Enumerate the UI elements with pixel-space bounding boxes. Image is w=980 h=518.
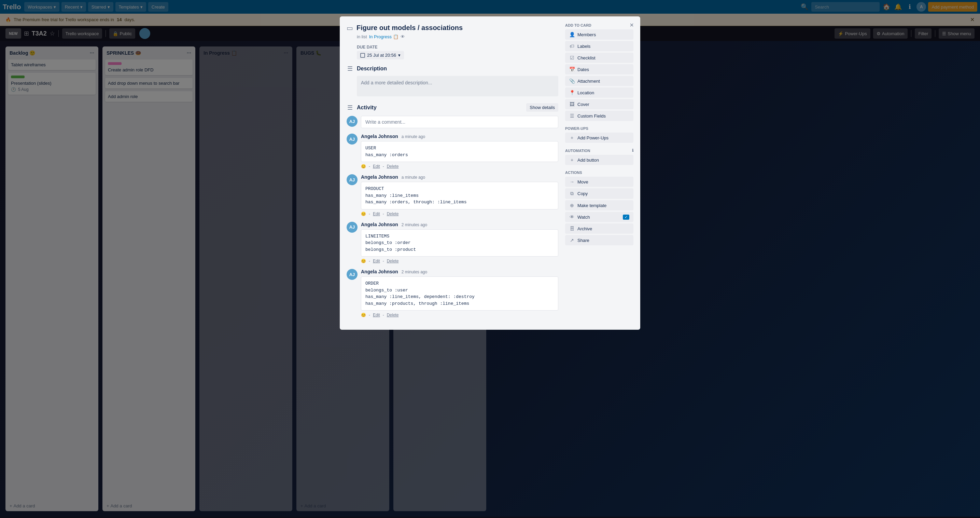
dates-icon: 📅 — [569, 67, 575, 72]
dates-button[interactable]: 📅 Dates — [565, 64, 633, 75]
delete-link-2[interactable]: Delete — [387, 259, 399, 263]
comment-time-1: a minute ago — [402, 175, 425, 180]
modal-close-button[interactable]: × — [627, 20, 637, 30]
activity-item-2: AJ Angela Johnson 2 minutes ago LINEITEM… — [347, 222, 558, 264]
cover-icon: 🖼 — [569, 102, 575, 107]
modal-title-row: ▭ Figure out models / associations — [347, 23, 558, 32]
in-list-text: in list — [357, 34, 367, 39]
make-template-button[interactable]: ⊕ Make template — [565, 200, 633, 210]
comment-avatar-2: AJ — [347, 222, 358, 233]
share-button[interactable]: ↗ Share — [565, 235, 633, 245]
template-icon: ⊕ — [569, 202, 575, 208]
react-icon-1: 😊 — [361, 212, 366, 216]
edit-link-3[interactable]: Edit — [373, 312, 380, 317]
move-icon: → — [569, 179, 575, 185]
comment-time-3: 2 minutes ago — [402, 269, 427, 274]
comment-code-0: USERhas_many :orders — [361, 141, 558, 162]
custom-fields-button[interactable]: ☰ Custom Fields — [565, 111, 633, 121]
card-modal: × ▭ Figure out models / associations in … — [340, 16, 640, 330]
edit-link-1[interactable]: Edit — [373, 212, 380, 216]
card-title-icon: ▭ — [347, 24, 353, 32]
activity-icon: ☰ — [347, 104, 353, 112]
location-icon: 📍 — [569, 90, 575, 95]
comment-avatar-1: AJ — [347, 174, 358, 185]
comment-input-row: AJ — [347, 116, 558, 128]
due-date-value: 25 Jul at 20:56 — [367, 53, 396, 58]
comment-author-3: Angela Johnson — [361, 269, 398, 274]
description-input[interactable]: Add a more detailed description... — [357, 76, 558, 96]
comment-time-2: 2 minutes ago — [402, 222, 427, 227]
plus-icon: + — [569, 135, 575, 140]
automation-section: Automation ℹ + Add button — [565, 148, 633, 165]
user-comment-avatar: AJ — [347, 116, 358, 127]
watch-icon: 👁 — [569, 214, 575, 220]
due-chevron-icon: ▾ — [398, 53, 401, 58]
separator: - — [369, 164, 370, 169]
delete-link-3[interactable]: Delete — [387, 312, 399, 317]
location-button[interactable]: 📍 Location — [565, 88, 633, 98]
checklist-button[interactable]: ☑ Checklist — [565, 53, 633, 63]
power-ups-label: Power-Ups — [565, 126, 633, 131]
activity-item-3: AJ Angela Johnson 2 minutes ago ORDERbel… — [347, 269, 558, 317]
due-date-badge[interactable]: 25 Jul at 20:56 ▾ — [357, 51, 404, 59]
watch-icon: 👁 — [401, 34, 405, 39]
automation-info-icon[interactable]: ℹ — [632, 148, 633, 153]
comment-input[interactable] — [361, 116, 558, 128]
comment-author-0: Angela Johnson — [361, 134, 398, 139]
activity-title: Activity — [357, 105, 377, 111]
archive-icon: 🗄 — [569, 226, 575, 231]
comment-links-0: 😊 - Edit - Delete — [361, 164, 558, 169]
copy-button[interactable]: ⧉ Copy — [565, 188, 633, 199]
delete-link-1[interactable]: Delete — [387, 212, 399, 216]
activity-item-0: AJ Angela Johnson a minute ago USERhas_m… — [347, 134, 558, 169]
list-link[interactable]: In Progress 📋 — [369, 34, 398, 39]
members-icon: 👤 — [569, 32, 575, 37]
comment-code-3: ORDERbelongs_to :userhas_many :line_item… — [361, 276, 558, 311]
comment-links-2: 😊 - Edit - Delete — [361, 259, 558, 263]
due-date-section: Due date 25 Jul at 20:56 ▾ — [357, 45, 558, 59]
show-details-button[interactable]: Show details — [526, 103, 558, 112]
comment-avatar-3: AJ — [347, 269, 358, 280]
watch-button[interactable]: 👁 Watch ✓ — [565, 212, 633, 222]
comment-links-1: 😊 - Edit - Delete — [361, 212, 558, 216]
add-power-ups-button[interactable]: + Add Power-Ups — [565, 132, 633, 143]
modal-subtitle: in list In Progress 📋 👁 — [357, 34, 558, 39]
delete-link-0[interactable]: Delete — [387, 164, 399, 169]
add-to-card-label: Add to card — [565, 23, 633, 27]
move-button[interactable]: → Move — [565, 177, 633, 187]
members-button[interactable]: 👤 Members — [565, 29, 633, 40]
archive-button[interactable]: 🗄 Archive — [565, 223, 633, 234]
automation-label: Automation ℹ — [565, 148, 633, 153]
separator: - — [383, 164, 384, 169]
labels-button[interactable]: 🏷 Labels — [565, 41, 633, 51]
checklist-icon: ☑ — [569, 55, 575, 61]
attachment-icon: 📎 — [569, 78, 575, 84]
modal-title[interactable]: Figure out models / associations — [356, 23, 463, 32]
activity-content-1: Angela Johnson a minute ago PRODUCThas_m… — [361, 174, 558, 216]
copy-icon: ⧉ — [569, 191, 575, 196]
comment-code-1: PRODUCThas_many :line_itemshas_many :ord… — [361, 182, 558, 209]
comment-code-2: LINEITEMSbelongs_to :orderbelongs_to :pr… — [361, 229, 558, 257]
modal-overlay[interactable]: × ▭ Figure out models / associations in … — [0, 0, 980, 516]
modal-content: ▭ Figure out models / associations in li… — [347, 23, 558, 323]
activity-content-2: Angela Johnson 2 minutes ago LINEITEMSbe… — [361, 222, 558, 264]
add-to-card-section: Add to card 👤 Members 🏷 Labels ☑ Checkli… — [565, 23, 633, 121]
watch-active-badge: ✓ — [623, 215, 629, 220]
activity-content-3: Angela Johnson 2 minutes ago ORDERbelong… — [361, 269, 558, 317]
cover-button[interactable]: 🖼 Cover — [565, 99, 633, 109]
description-header: ☰ Description — [347, 65, 558, 72]
edit-link-0[interactable]: Edit — [373, 164, 380, 169]
actions-section: Actions → Move ⧉ Copy ⊕ Make template 👁 … — [565, 171, 633, 245]
activity-item-1: AJ Angela Johnson a minute ago PRODUCTha… — [347, 174, 558, 216]
description-title: Description — [357, 65, 387, 72]
react-icon-3: 😊 — [361, 312, 366, 317]
add-button-button[interactable]: + Add button — [565, 155, 633, 165]
activity-header: ☰ Activity Show details — [347, 103, 558, 112]
attachment-button[interactable]: 📎 Attachment — [565, 76, 633, 86]
comment-author-2: Angela Johnson — [361, 222, 398, 227]
comment-links-3: 😊 - Edit - Delete — [361, 312, 558, 317]
share-icon: ↗ — [569, 237, 575, 243]
edit-link-2[interactable]: Edit — [373, 259, 380, 263]
modal-sidebar: Add to card 👤 Members 🏷 Labels ☑ Checkli… — [565, 23, 633, 323]
due-date-checkbox[interactable] — [360, 53, 365, 58]
